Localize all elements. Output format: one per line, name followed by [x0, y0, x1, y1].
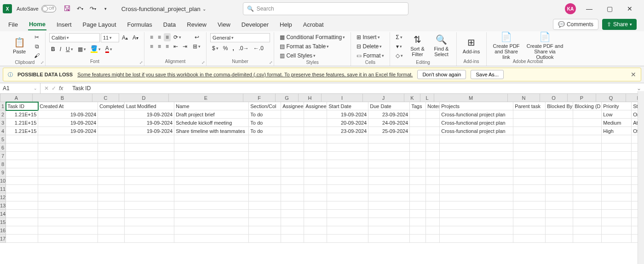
- cell-O6[interactable]: [546, 143, 573, 152]
- cell-I5[interactable]: [327, 135, 368, 143]
- cell-F13[interactable]: [249, 201, 281, 210]
- save-button[interactable]: 🖫: [62, 3, 73, 14]
- row-header-14[interactable]: 14: [0, 210, 6, 218]
- cell-D6[interactable]: [125, 143, 174, 152]
- cell-Q3[interactable]: Medium: [602, 119, 632, 127]
- cell-K7[interactable]: [410, 152, 426, 160]
- cell-O9[interactable]: [546, 168, 573, 177]
- cell-I17[interactable]: [327, 235, 368, 243]
- autosave-toggle[interactable]: AutoSave Off: [17, 5, 56, 12]
- cell-Q1[interactable]: Priority: [602, 102, 632, 110]
- cell-O3[interactable]: [546, 119, 573, 127]
- cell-K16[interactable]: [410, 226, 426, 235]
- cell-B15[interactable]: [38, 218, 98, 226]
- cell-J5[interactable]: [368, 135, 410, 143]
- cell-B11[interactable]: [38, 185, 98, 193]
- cell-M17[interactable]: [440, 235, 513, 243]
- create-pdf-share-link-button[interactable]: 📄Create PDF and Share link: [490, 33, 523, 58]
- redo-button[interactable]: ↷▾: [87, 3, 98, 14]
- cell-L5[interactable]: [426, 135, 440, 143]
- cell-I16[interactable]: [327, 226, 368, 235]
- column-header-N[interactable]: N: [508, 94, 540, 102]
- cell-J16[interactable]: [368, 226, 410, 235]
- cell-O7[interactable]: [546, 152, 573, 160]
- border-button[interactable]: ▦: [76, 45, 88, 53]
- cell-J13[interactable]: [368, 201, 410, 210]
- cell-B14[interactable]: [38, 210, 98, 218]
- cell-D1[interactable]: Last Modified: [125, 102, 174, 110]
- row-header-16[interactable]: 16: [0, 226, 6, 235]
- cell-G5[interactable]: [281, 135, 304, 143]
- cell-E14[interactable]: [174, 210, 249, 218]
- cell-M6[interactable]: [440, 143, 513, 152]
- tab-formulas[interactable]: Formulas: [126, 19, 153, 30]
- font-size-combo[interactable]: 11: [101, 33, 119, 42]
- cell-L9[interactable]: [426, 168, 440, 177]
- close-button[interactable]: ✕: [623, 2, 637, 16]
- cell-H2[interactable]: [304, 110, 327, 119]
- cell-G3[interactable]: [281, 119, 304, 127]
- column-header-J[interactable]: J: [363, 94, 404, 102]
- minimize-button[interactable]: —: [582, 2, 596, 16]
- cell-D10[interactable]: [125, 177, 174, 185]
- cell-B12[interactable]: [38, 193, 98, 201]
- cell-O10[interactable]: [546, 177, 573, 185]
- cell-N14[interactable]: [513, 210, 546, 218]
- cell-A15[interactable]: [6, 218, 38, 226]
- wrap-text-button[interactable]: ↩: [191, 33, 202, 41]
- search-input[interactable]: 🔍 Search: [243, 2, 408, 15]
- cell-B3[interactable]: 19-09-2024: [38, 119, 98, 127]
- cell-F12[interactable]: [249, 193, 281, 201]
- align-left-button[interactable]: ≡: [148, 42, 155, 51]
- cell-K12[interactable]: [410, 193, 426, 201]
- column-header-P[interactable]: P: [568, 94, 596, 102]
- cell-M15[interactable]: [440, 218, 513, 226]
- cell-C14[interactable]: [98, 210, 125, 218]
- cell-O14[interactable]: [546, 210, 573, 218]
- number-format-combo[interactable]: General: [210, 33, 270, 42]
- align-center-button[interactable]: ≡: [156, 42, 163, 51]
- cell-N3[interactable]: [513, 119, 546, 127]
- vertical-scrollbar[interactable]: [638, 94, 644, 264]
- cell-L2[interactable]: [426, 110, 440, 119]
- cell-A1[interactable]: Task ID: [6, 102, 38, 110]
- cell-E13[interactable]: [174, 201, 249, 210]
- cell-H15[interactable]: [304, 218, 327, 226]
- cell-O15[interactable]: [546, 218, 573, 226]
- cell-K13[interactable]: [410, 201, 426, 210]
- cell-I11[interactable]: [327, 185, 368, 193]
- align-middle-button[interactable]: ≡: [156, 33, 163, 41]
- cell-E8[interactable]: [174, 160, 249, 168]
- document-name[interactable]: Cross-functional_project_plan⌄: [121, 6, 206, 12]
- column-header-L[interactable]: L: [420, 94, 434, 102]
- cell-E15[interactable]: [174, 218, 249, 226]
- cell-G14[interactable]: [281, 210, 304, 218]
- cell-A3[interactable]: 1.21E+15: [6, 119, 38, 127]
- cell-E4[interactable]: Share timeline with teammates: [174, 127, 249, 135]
- comma-button[interactable]: ,: [230, 44, 236, 52]
- cell-C10[interactable]: [98, 177, 125, 185]
- cell-L13[interactable]: [426, 201, 440, 210]
- cell-L3[interactable]: [426, 119, 440, 127]
- underline-button[interactable]: U: [64, 45, 75, 53]
- row-header-17[interactable]: 17: [0, 235, 6, 243]
- cell-D16[interactable]: [125, 226, 174, 235]
- cell-J10[interactable]: [368, 177, 410, 185]
- fill-color-button[interactable]: 🪣: [89, 44, 103, 54]
- cell-J17[interactable]: [368, 235, 410, 243]
- cell-O8[interactable]: [546, 160, 573, 168]
- cell-C5[interactable]: [98, 135, 125, 143]
- column-header-C[interactable]: C: [92, 94, 119, 102]
- row-header-3[interactable]: 3: [0, 119, 6, 127]
- cell-D3[interactable]: 19-09-2024: [125, 119, 174, 127]
- cell-L12[interactable]: [426, 193, 440, 201]
- cell-F15[interactable]: [249, 218, 281, 226]
- cell-I8[interactable]: [327, 160, 368, 168]
- cell-J8[interactable]: [368, 160, 410, 168]
- cell-P15[interactable]: [573, 218, 602, 226]
- cell-M12[interactable]: [440, 193, 513, 201]
- cell-F3[interactable]: To do: [249, 119, 281, 127]
- cell-A14[interactable]: [6, 210, 38, 218]
- sort-filter-button[interactable]: ⇅Sort & Filter: [407, 33, 429, 58]
- row-header-12[interactable]: 12: [0, 193, 6, 201]
